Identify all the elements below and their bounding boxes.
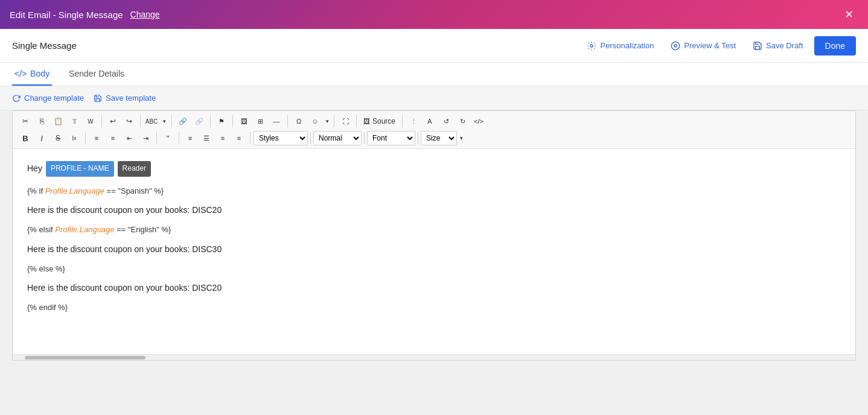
editor-toolbar: ✂ ⎘ 📋 𝕋 W ↩ ↪ ABC ▾ 🔗	[13, 111, 855, 149]
special-char-button[interactable]: Ω	[291, 113, 307, 129]
editor-outer: ✂ ⎘ 📋 𝕋 W ↩ ↪ ABC ▾ 🔗	[12, 110, 856, 361]
top-header-left: Edit Email - Single Message Change	[10, 10, 160, 20]
size-select[interactable]: Size	[421, 131, 457, 145]
outdent-button[interactable]: ⇤	[121, 130, 137, 146]
editor-content[interactable]: Hey PROFILE - NAME Reader {% if Profile.…	[13, 149, 855, 354]
scrollbar-thumb[interactable]	[25, 356, 145, 360]
svg-point-0	[590, 45, 593, 47]
preview-icon	[671, 41, 680, 51]
editor-wrapper[interactable]: Hey PROFILE - NAME Reader {% if Profile.…	[13, 149, 855, 354]
text-format-button[interactable]: A	[422, 113, 438, 129]
reader-tag[interactable]: Reader	[118, 161, 151, 177]
liquid-keyword-1: {% if	[27, 186, 45, 195]
save-template-icon	[94, 94, 102, 103]
paste-word-button[interactable]: W	[83, 113, 98, 129]
page-title: Edit Email - Single Message	[10, 10, 123, 20]
align-center-button[interactable]: ☰	[199, 130, 214, 146]
font-select[interactable]: Font	[367, 131, 415, 145]
paste-plain-button[interactable]: 𝕋	[66, 113, 82, 129]
redo2-button[interactable]: ↻	[455, 113, 470, 129]
sep10	[85, 132, 86, 144]
english-discount-line: Here is the discount coupon on your book…	[27, 242, 841, 257]
cut-button[interactable]: ✂	[18, 113, 33, 129]
sep9	[402, 115, 403, 127]
sep11	[156, 132, 157, 144]
ordered-list-button[interactable]: ≡	[89, 130, 104, 146]
message-title: Single Message	[12, 40, 77, 51]
svg-point-1	[672, 42, 680, 49]
copy-button[interactable]: ⎘	[34, 113, 49, 129]
liquid-var-1: Profile.Language	[45, 186, 104, 195]
horizontal-scrollbar[interactable]	[13, 354, 855, 360]
size-arrow[interactable]: ▾	[458, 130, 465, 146]
main-content: ✂ ⎘ 📋 𝕋 W ↩ ↪ ABC ▾ 🔗	[0, 110, 868, 361]
sep14	[310, 132, 311, 144]
else-discount-text: Here is the discount coupon on your book…	[27, 283, 222, 293]
hr-button[interactable]: —	[269, 113, 284, 129]
save-template-button[interactable]: Save template	[94, 91, 156, 105]
sep1	[101, 115, 102, 127]
col-select-button[interactable]: ⋮	[406, 113, 421, 129]
code-icon: </>	[14, 69, 27, 78]
anchor-button[interactable]: ⚑	[214, 113, 229, 129]
sep6	[287, 115, 288, 127]
gear-icon	[587, 41, 596, 51]
hey-text: Hey	[27, 161, 42, 176]
styles-select[interactable]: Styles	[254, 131, 308, 145]
justify-button[interactable]: ≡	[231, 130, 247, 146]
sep4	[210, 115, 211, 127]
sep16	[418, 132, 418, 144]
spellcheck-button[interactable]: ABC	[144, 113, 159, 129]
save-draft-button[interactable]: Save Draft	[747, 37, 809, 54]
indent-button[interactable]: ⇥	[138, 130, 153, 146]
liquid-if-line: {% if Profile.Language == "Spanish" %}	[27, 184, 841, 198]
source-button[interactable]: 🖼 Source	[360, 116, 399, 127]
change-template-button[interactable]: Change template	[12, 91, 84, 105]
emoji-arrow[interactable]: ▾	[324, 113, 331, 129]
sep7	[334, 115, 334, 127]
format-select[interactable]: Normal	[313, 131, 362, 145]
second-header: Single Message Personalization Preview &…	[0, 29, 868, 63]
maximize-button[interactable]: ⛶	[337, 113, 353, 129]
close-button[interactable]: ✕	[840, 5, 858, 24]
paste-button[interactable]: 📋	[50, 113, 66, 129]
template-actions: Change template Save template	[0, 86, 868, 110]
else-discount-line: Here is the discount coupon on your book…	[27, 280, 841, 296]
subscript-button[interactable]: Ix	[66, 130, 82, 146]
change-link[interactable]: Change	[130, 10, 160, 19]
preview-test-button[interactable]: Preview & Test	[665, 37, 742, 54]
spanish-discount-line: Here is the discount coupon on your book…	[27, 203, 841, 218]
liquid-endif-line: {% endif %}	[27, 300, 841, 314]
unlink-button[interactable]: 🔗	[191, 113, 207, 129]
english-discount-text: Here is the discount coupon on your book…	[27, 244, 222, 254]
liquid-var-2: Profile.Language	[55, 225, 114, 234]
link-button[interactable]: 🔗	[175, 113, 191, 129]
unordered-list-button[interactable]: ≡	[105, 130, 121, 146]
sep8	[356, 115, 357, 127]
personalization-button[interactable]: Personalization	[581, 37, 660, 54]
tab-body[interactable]: </> Body	[12, 63, 52, 86]
image-icon: 🖼	[363, 118, 370, 125]
blockquote-button[interactable]: "	[160, 130, 176, 146]
bold-button[interactable]: B	[18, 130, 33, 146]
image-button[interactable]: 🖼	[236, 113, 252, 129]
code-button[interactable]: </>	[471, 113, 487, 129]
undo-button[interactable]: ↩	[105, 113, 121, 129]
redo-button[interactable]: ↪	[121, 113, 137, 129]
spellcheck-arrow[interactable]: ▾	[160, 113, 168, 129]
top-header: Edit Email - Single Message Change ✕	[0, 0, 868, 29]
italic-button[interactable]: I	[34, 130, 49, 146]
refresh-icon	[12, 94, 21, 103]
sep3	[171, 115, 172, 127]
liquid-keyword-3: {% elsif	[27, 225, 55, 234]
align-left-button[interactable]: ≡	[182, 130, 198, 146]
emoji-button[interactable]: ☺	[307, 113, 323, 129]
profile-name-tag[interactable]: PROFILE - NAME	[46, 161, 114, 177]
sep5	[232, 115, 233, 127]
align-right-button[interactable]: ≡	[215, 130, 231, 146]
undo2-button[interactable]: ↺	[438, 113, 454, 129]
table-button[interactable]: ⊞	[252, 113, 268, 129]
strikethrough-button[interactable]: S	[50, 130, 66, 146]
done-button[interactable]: Done	[814, 36, 856, 55]
tab-sender-details[interactable]: Sender Details	[66, 63, 127, 86]
